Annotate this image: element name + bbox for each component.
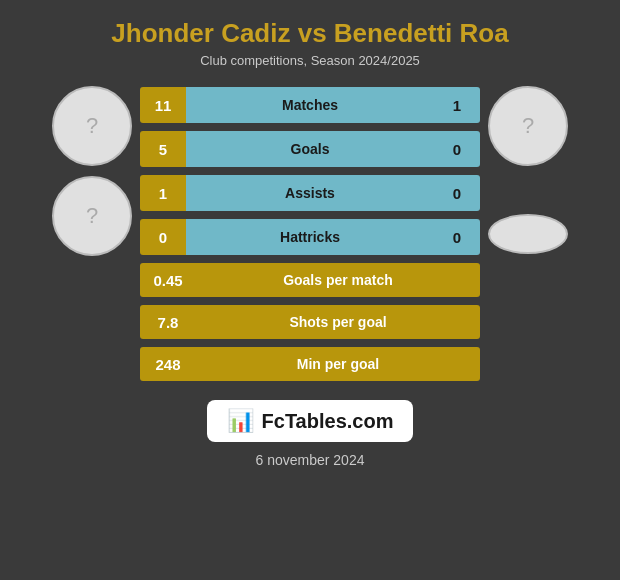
page-subtitle: Club competitions, Season 2024/2025 bbox=[200, 53, 420, 68]
stat-goals-right: 0 bbox=[434, 131, 480, 167]
stat-row-goals-per-match: 0.45 Goals per match bbox=[140, 262, 480, 298]
stat-matches-right: 1 bbox=[434, 87, 480, 123]
page-title: Jhonder Cadiz vs Benedetti Roa bbox=[111, 18, 508, 49]
avatar-left-top-icon: ? bbox=[86, 113, 98, 139]
stat-row-hattricks: 0 Hattricks 0 bbox=[140, 218, 480, 256]
left-avatars: ? ? bbox=[52, 86, 132, 256]
stat-hattricks-left: 0 bbox=[140, 219, 186, 255]
stat-spg-label: Shots per goal bbox=[196, 305, 480, 339]
stat-assists-right: 0 bbox=[434, 175, 480, 211]
main-area: ? ? 11 Matches 1 5 Goals 0 1 Assists 0 0… bbox=[0, 86, 620, 382]
avatar-right-top-icon: ? bbox=[522, 113, 534, 139]
stat-hattricks-label: Hattricks bbox=[186, 219, 434, 255]
stat-matches-left: 11 bbox=[140, 87, 186, 123]
right-avatars: ? bbox=[488, 86, 568, 254]
stat-spg-left: 7.8 bbox=[140, 305, 196, 339]
stat-gpm-label: Goals per match bbox=[196, 263, 480, 297]
stat-assists-left: 1 bbox=[140, 175, 186, 211]
stat-row-assists: 1 Assists 0 bbox=[140, 174, 480, 212]
stat-mpg-label: Min per goal bbox=[196, 347, 480, 381]
stat-row-shots-per-goal: 7.8 Shots per goal bbox=[140, 304, 480, 340]
watermark-box: 📊 FcTables.com bbox=[207, 400, 414, 442]
stat-matches-label: Matches bbox=[186, 87, 434, 123]
stats-area: 11 Matches 1 5 Goals 0 1 Assists 0 0 Hat… bbox=[140, 86, 480, 382]
stat-goals-left: 5 bbox=[140, 131, 186, 167]
avatar-left-bottom: ? bbox=[52, 176, 132, 256]
stat-row-matches: 11 Matches 1 bbox=[140, 86, 480, 124]
watermark-chart-icon: 📊 bbox=[227, 408, 254, 434]
avatar-left-bottom-icon: ? bbox=[86, 203, 98, 229]
stat-row-goals: 5 Goals 0 bbox=[140, 130, 480, 168]
watermark-text: FcTables.com bbox=[262, 410, 394, 433]
stat-goals-label: Goals bbox=[186, 131, 434, 167]
stat-hattricks-right: 0 bbox=[434, 219, 480, 255]
date-label: 6 november 2024 bbox=[256, 452, 365, 468]
stat-mpg-left: 248 bbox=[140, 347, 196, 381]
avatar-left-top: ? bbox=[52, 86, 132, 166]
stat-gpm-left: 0.45 bbox=[140, 263, 196, 297]
avatar-right-bottom bbox=[488, 214, 568, 254]
avatar-right-top: ? bbox=[488, 86, 568, 166]
stat-row-min-per-goal: 248 Min per goal bbox=[140, 346, 480, 382]
stat-assists-label: Assists bbox=[186, 175, 434, 211]
